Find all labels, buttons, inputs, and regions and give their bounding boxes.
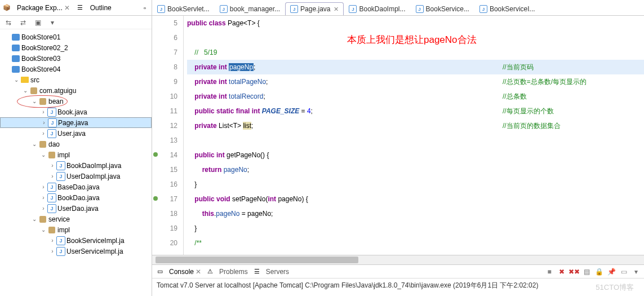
proj-icon: [11, 43, 20, 52]
line-number: 16: [152, 177, 177, 192]
clear-icon[interactable]: ▤: [582, 267, 591, 276]
tree-item[interactable]: ›Book.java: [0, 107, 152, 117]
sidebar-toolbar: ⇆ ⇄ ▣ ▾: [0, 16, 152, 29]
code-line[interactable]: private int pageNp;//当前页码: [187, 60, 644, 74]
tab-package-explorer[interactable]: Package Exp... ✕: [15, 3, 72, 13]
tab-console[interactable]: Console ✕: [169, 268, 201, 276]
twisty-icon[interactable]: ›: [48, 162, 56, 169]
code-line[interactable]: public int getPageNo() {: [187, 148, 644, 162]
tree-item[interactable]: ›Page.java: [0, 117, 152, 128]
tab-label: BookServlet...: [167, 5, 210, 13]
code-line[interactable]: /**: [187, 236, 644, 250]
tree-item[interactable]: ›BaseDao.java: [0, 182, 152, 192]
editor-tabs: JBookServlet...Jbook_manager...JPage.jav…: [152, 0, 644, 16]
line-number: 14: [152, 148, 177, 162]
code-line[interactable]: public static final int PAGE_SIZE = 4;//…: [187, 104, 644, 118]
menu-icon[interactable]: ▾: [47, 17, 57, 28]
tree-item[interactable]: ›UserServiceImpl.ja: [0, 246, 152, 257]
java-icon: J: [416, 5, 424, 13]
close-icon[interactable]: ✕: [334, 6, 339, 13]
twisty-icon[interactable]: ⌄: [39, 227, 47, 233]
tab-label: Page.java: [300, 5, 330, 13]
tree-item[interactable]: BookStore03: [0, 53, 152, 64]
tree-item[interactable]: ⌄impl: [0, 149, 152, 160]
twisty-icon[interactable]: ⌄: [30, 98, 38, 104]
sidebar-tabs: 📦 Package Exp... ✕ ☰ Outline ▫: [0, 0, 152, 16]
line-comment: //总条数: [503, 92, 527, 100]
collapse-all-icon[interactable]: ⇆: [3, 17, 14, 28]
twisty-icon[interactable]: ›: [39, 195, 47, 201]
tree-item[interactable]: ›UserDao.java: [0, 203, 152, 214]
remove-icon[interactable]: ✖: [557, 267, 566, 276]
display-icon[interactable]: ▭: [619, 267, 628, 276]
code-line[interactable]: this.pageNo = pageNo;: [187, 206, 644, 221]
twisty-icon[interactable]: ›: [39, 205, 47, 211]
editor-tab[interactable]: JBookService...: [411, 2, 474, 15]
tree-label: Book.java: [57, 108, 87, 116]
tab-servers[interactable]: Servers: [266, 268, 289, 276]
twisty-icon[interactable]: ›: [48, 248, 56, 254]
line-number: 7: [152, 45, 177, 60]
horizontal-scrollbar[interactable]: [152, 255, 644, 264]
focus-icon[interactable]: ▣: [33, 17, 43, 28]
tree-item[interactable]: ⌄service: [0, 214, 152, 224]
tree-item[interactable]: ›BookDao.java: [0, 192, 152, 203]
tree-item[interactable]: ›UserDaoImpl.java: [0, 171, 152, 182]
console-icon: ▭: [156, 267, 165, 276]
scroll-lock-icon[interactable]: 🔒: [594, 267, 603, 276]
code-line[interactable]: private int totalPageNo;//总页数=总条数/每页显示的: [187, 74, 644, 89]
tree-item[interactable]: ›BookDaoImpl.java: [0, 160, 152, 171]
scrollbar-thumb[interactable]: [156, 257, 358, 263]
tree-item[interactable]: ⌄com.atguigu: [0, 85, 152, 96]
twisty-icon[interactable]: ›: [48, 173, 56, 179]
tree-item[interactable]: BookStore02_2: [0, 42, 152, 53]
tree-item[interactable]: ⌄dao: [0, 139, 152, 149]
proj-icon: [11, 65, 20, 74]
twisty-icon[interactable]: ›: [39, 109, 47, 115]
tree-item[interactable]: ⌄bean: [0, 96, 152, 107]
editor-tab[interactable]: JBookDaoImpl...: [344, 2, 410, 15]
code-line[interactable]: }: [187, 177, 644, 192]
pin-icon[interactable]: 📌: [607, 267, 616, 276]
twisty-icon[interactable]: ⌄: [39, 152, 47, 158]
twisty-icon[interactable]: ›: [39, 130, 47, 136]
code-line[interactable]: public void setPageNo(int pageNo) {: [187, 192, 644, 206]
code-editor[interactable]: 567891011121314151617181920 本质上我们是想让page…: [152, 16, 644, 255]
open-console-icon[interactable]: ▾: [632, 267, 641, 276]
code-line[interactable]: }: [187, 221, 644, 236]
code-line[interactable]: public class Page<T> {: [187, 16, 644, 30]
project-tree[interactable]: BookStore01BookStore02_2BookStore03BookS…: [0, 29, 152, 296]
twisty-icon[interactable]: ›: [40, 120, 48, 126]
twisty-icon[interactable]: ⌄: [30, 216, 38, 222]
terminate-icon[interactable]: ■: [545, 267, 554, 276]
java-icon: J: [290, 5, 298, 13]
remove-all-icon[interactable]: ✖✖: [570, 267, 579, 276]
tree-item[interactable]: ⌄src: [0, 74, 152, 85]
tree-item[interactable]: ⌄impl: [0, 224, 152, 235]
editor-tab[interactable]: JBookServiceI...: [474, 2, 540, 15]
twisty-icon[interactable]: ⌄: [21, 87, 29, 94]
proj-icon: [11, 54, 20, 63]
twisty-icon[interactable]: ⌄: [12, 77, 20, 83]
minimize-icon[interactable]: ▫: [140, 3, 149, 12]
code-content[interactable]: 本质上我们是想让pageNo合法 public class Page<T> { …: [184, 16, 644, 255]
tab-outline[interactable]: Outline: [88, 3, 114, 13]
tree-item[interactable]: BookStore01: [0, 32, 152, 42]
editor-tab[interactable]: JPage.java✕: [285, 2, 344, 15]
tab-problems[interactable]: Problems: [219, 268, 248, 276]
code-line[interactable]: private List<T> list;//当前页的数据集合: [187, 118, 644, 133]
twisty-icon[interactable]: ⌄: [30, 141, 38, 147]
tree-item[interactable]: ›BookServiceImpl.ja: [0, 235, 152, 246]
twisty-icon[interactable]: ›: [39, 184, 47, 190]
code-line[interactable]: [187, 133, 644, 148]
tree-item[interactable]: BookStore04: [0, 64, 152, 74]
editor-tab[interactable]: Jbook_manager...: [215, 2, 285, 15]
close-icon[interactable]: ✕: [64, 4, 70, 12]
code-line[interactable]: private int totalRecord;//总条数: [187, 89, 644, 104]
twisty-icon[interactable]: ›: [48, 237, 56, 244]
editor-tab[interactable]: JBookServlet...: [152, 2, 215, 15]
java-icon: J: [479, 5, 487, 13]
tree-item[interactable]: ›User.java: [0, 128, 152, 139]
link-editor-icon[interactable]: ⇄: [18, 17, 28, 28]
code-line[interactable]: return pageNo;: [187, 162, 644, 177]
